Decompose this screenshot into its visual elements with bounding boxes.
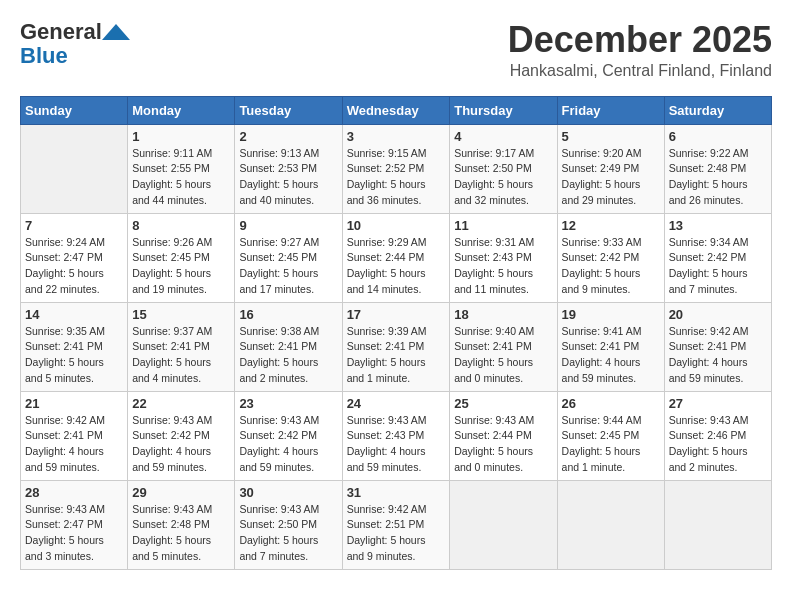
calendar-cell: 4Sunrise: 9:17 AMSunset: 2:50 PMDaylight…	[450, 124, 557, 213]
day-info: Sunrise: 9:39 AMSunset: 2:41 PMDaylight:…	[347, 324, 446, 387]
day-number: 30	[239, 485, 337, 500]
day-info: Sunrise: 9:43 AMSunset: 2:50 PMDaylight:…	[239, 502, 337, 565]
calendar-cell: 9Sunrise: 9:27 AMSunset: 2:45 PMDaylight…	[235, 213, 342, 302]
day-number: 23	[239, 396, 337, 411]
page-header: General Blue December 2025 Hankasalmi, C…	[20, 20, 772, 80]
day-info: Sunrise: 9:26 AMSunset: 2:45 PMDaylight:…	[132, 235, 230, 298]
calendar-cell: 24Sunrise: 9:43 AMSunset: 2:43 PMDayligh…	[342, 391, 450, 480]
day-info: Sunrise: 9:41 AMSunset: 2:41 PMDaylight:…	[562, 324, 660, 387]
day-info: Sunrise: 9:11 AMSunset: 2:55 PMDaylight:…	[132, 146, 230, 209]
day-number: 6	[669, 129, 767, 144]
day-number: 2	[239, 129, 337, 144]
col-friday: Friday	[557, 96, 664, 124]
calendar-header: Sunday Monday Tuesday Wednesday Thursday…	[21, 96, 772, 124]
calendar-cell: 27Sunrise: 9:43 AMSunset: 2:46 PMDayligh…	[664, 391, 771, 480]
day-info: Sunrise: 9:27 AMSunset: 2:45 PMDaylight:…	[239, 235, 337, 298]
day-info: Sunrise: 9:29 AMSunset: 2:44 PMDaylight:…	[347, 235, 446, 298]
calendar-cell: 13Sunrise: 9:34 AMSunset: 2:42 PMDayligh…	[664, 213, 771, 302]
calendar-cell: 31Sunrise: 9:42 AMSunset: 2:51 PMDayligh…	[342, 480, 450, 569]
day-info: Sunrise: 9:42 AMSunset: 2:51 PMDaylight:…	[347, 502, 446, 565]
day-number: 7	[25, 218, 123, 233]
calendar-cell: 3Sunrise: 9:15 AMSunset: 2:52 PMDaylight…	[342, 124, 450, 213]
header-row: Sunday Monday Tuesday Wednesday Thursday…	[21, 96, 772, 124]
day-info: Sunrise: 9:43 AMSunset: 2:46 PMDaylight:…	[669, 413, 767, 476]
day-info: Sunrise: 9:38 AMSunset: 2:41 PMDaylight:…	[239, 324, 337, 387]
calendar-cell: 25Sunrise: 9:43 AMSunset: 2:44 PMDayligh…	[450, 391, 557, 480]
calendar-cell: 6Sunrise: 9:22 AMSunset: 2:48 PMDaylight…	[664, 124, 771, 213]
day-number: 9	[239, 218, 337, 233]
day-number: 22	[132, 396, 230, 411]
calendar-cell: 2Sunrise: 9:13 AMSunset: 2:53 PMDaylight…	[235, 124, 342, 213]
day-info: Sunrise: 9:31 AMSunset: 2:43 PMDaylight:…	[454, 235, 552, 298]
day-info: Sunrise: 9:24 AMSunset: 2:47 PMDaylight:…	[25, 235, 123, 298]
svg-marker-0	[102, 24, 130, 40]
col-wednesday: Wednesday	[342, 96, 450, 124]
calendar-cell: 30Sunrise: 9:43 AMSunset: 2:50 PMDayligh…	[235, 480, 342, 569]
day-info: Sunrise: 9:43 AMSunset: 2:44 PMDaylight:…	[454, 413, 552, 476]
day-info: Sunrise: 9:34 AMSunset: 2:42 PMDaylight:…	[669, 235, 767, 298]
calendar-cell: 19Sunrise: 9:41 AMSunset: 2:41 PMDayligh…	[557, 302, 664, 391]
calendar-cell: 14Sunrise: 9:35 AMSunset: 2:41 PMDayligh…	[21, 302, 128, 391]
day-number: 5	[562, 129, 660, 144]
day-info: Sunrise: 9:44 AMSunset: 2:45 PMDaylight:…	[562, 413, 660, 476]
logo: General Blue	[20, 20, 102, 68]
day-info: Sunrise: 9:43 AMSunset: 2:42 PMDaylight:…	[132, 413, 230, 476]
day-info: Sunrise: 9:37 AMSunset: 2:41 PMDaylight:…	[132, 324, 230, 387]
calendar-week-3: 14Sunrise: 9:35 AMSunset: 2:41 PMDayligh…	[21, 302, 772, 391]
calendar-cell: 26Sunrise: 9:44 AMSunset: 2:45 PMDayligh…	[557, 391, 664, 480]
day-number: 26	[562, 396, 660, 411]
day-info: Sunrise: 9:43 AMSunset: 2:47 PMDaylight:…	[25, 502, 123, 565]
logo-text: General Blue	[20, 19, 102, 68]
calendar-cell: 23Sunrise: 9:43 AMSunset: 2:42 PMDayligh…	[235, 391, 342, 480]
day-info: Sunrise: 9:33 AMSunset: 2:42 PMDaylight:…	[562, 235, 660, 298]
day-number: 4	[454, 129, 552, 144]
day-number: 1	[132, 129, 230, 144]
calendar-cell: 29Sunrise: 9:43 AMSunset: 2:48 PMDayligh…	[128, 480, 235, 569]
day-number: 29	[132, 485, 230, 500]
day-number: 31	[347, 485, 446, 500]
day-number: 8	[132, 218, 230, 233]
day-info: Sunrise: 9:17 AMSunset: 2:50 PMDaylight:…	[454, 146, 552, 209]
calendar-cell: 18Sunrise: 9:40 AMSunset: 2:41 PMDayligh…	[450, 302, 557, 391]
day-number: 28	[25, 485, 123, 500]
calendar-cell: 17Sunrise: 9:39 AMSunset: 2:41 PMDayligh…	[342, 302, 450, 391]
calendar-week-1: 1Sunrise: 9:11 AMSunset: 2:55 PMDaylight…	[21, 124, 772, 213]
day-number: 3	[347, 129, 446, 144]
day-number: 11	[454, 218, 552, 233]
day-number: 14	[25, 307, 123, 322]
month-title: December 2025	[508, 20, 772, 60]
calendar-cell: 15Sunrise: 9:37 AMSunset: 2:41 PMDayligh…	[128, 302, 235, 391]
day-number: 10	[347, 218, 446, 233]
day-number: 15	[132, 307, 230, 322]
col-sunday: Sunday	[21, 96, 128, 124]
day-number: 25	[454, 396, 552, 411]
day-number: 21	[25, 396, 123, 411]
calendar-table: Sunday Monday Tuesday Wednesday Thursday…	[20, 96, 772, 570]
calendar-cell: 21Sunrise: 9:42 AMSunset: 2:41 PMDayligh…	[21, 391, 128, 480]
day-number: 17	[347, 307, 446, 322]
day-number: 24	[347, 396, 446, 411]
calendar-cell	[21, 124, 128, 213]
calendar-cell: 22Sunrise: 9:43 AMSunset: 2:42 PMDayligh…	[128, 391, 235, 480]
calendar-week-4: 21Sunrise: 9:42 AMSunset: 2:41 PMDayligh…	[21, 391, 772, 480]
col-tuesday: Tuesday	[235, 96, 342, 124]
day-info: Sunrise: 9:42 AMSunset: 2:41 PMDaylight:…	[669, 324, 767, 387]
calendar-cell: 28Sunrise: 9:43 AMSunset: 2:47 PMDayligh…	[21, 480, 128, 569]
day-info: Sunrise: 9:43 AMSunset: 2:48 PMDaylight:…	[132, 502, 230, 565]
day-number: 13	[669, 218, 767, 233]
day-info: Sunrise: 9:35 AMSunset: 2:41 PMDaylight:…	[25, 324, 123, 387]
calendar-cell: 12Sunrise: 9:33 AMSunset: 2:42 PMDayligh…	[557, 213, 664, 302]
calendar-cell	[664, 480, 771, 569]
day-info: Sunrise: 9:43 AMSunset: 2:43 PMDaylight:…	[347, 413, 446, 476]
day-number: 16	[239, 307, 337, 322]
day-info: Sunrise: 9:15 AMSunset: 2:52 PMDaylight:…	[347, 146, 446, 209]
day-number: 18	[454, 307, 552, 322]
day-number: 12	[562, 218, 660, 233]
calendar-cell: 11Sunrise: 9:31 AMSunset: 2:43 PMDayligh…	[450, 213, 557, 302]
day-number: 19	[562, 307, 660, 322]
col-monday: Monday	[128, 96, 235, 124]
day-info: Sunrise: 9:22 AMSunset: 2:48 PMDaylight:…	[669, 146, 767, 209]
col-thursday: Thursday	[450, 96, 557, 124]
day-number: 27	[669, 396, 767, 411]
logo-icon	[102, 24, 130, 40]
